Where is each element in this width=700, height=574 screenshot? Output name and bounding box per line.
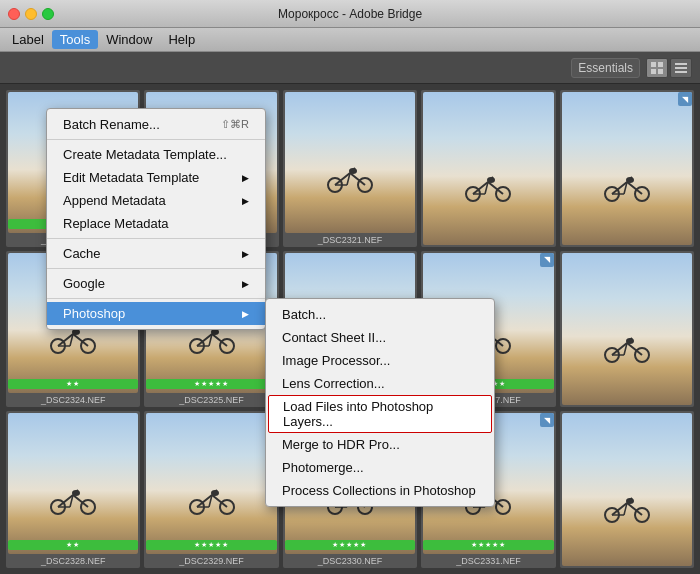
bike-silhouette xyxy=(602,333,652,363)
thumbnail-image xyxy=(423,92,553,245)
thumbnail-image xyxy=(8,413,138,554)
star-rating: ★★ xyxy=(8,540,138,550)
list-icon xyxy=(675,62,687,74)
thumbnail-image xyxy=(562,413,692,566)
menu-label[interactable]: Label xyxy=(4,30,52,49)
essentials-button[interactable]: Essentials xyxy=(571,58,640,78)
bike-silhouette xyxy=(48,485,98,515)
window-title: Морокросс - Adobe Bridge xyxy=(278,7,422,21)
svg-point-46 xyxy=(626,177,634,183)
submenu-merge-hdr[interactable]: Merge to HDR Pro... xyxy=(266,433,494,456)
menu-window[interactable]: Window xyxy=(98,30,160,49)
star-rating: ★★★★★ xyxy=(146,379,276,389)
menu-replace-metadata[interactable]: Replace Metadata xyxy=(47,212,265,235)
thumbnail-label: _DSC2330.NEF xyxy=(285,556,415,566)
thumbnail-label: _DSC2324.NEF xyxy=(8,395,138,405)
main-area: ★★_DSC2318.NEF _DSC2320.NEF _DSC2321.NEF xyxy=(0,84,700,574)
thumbnail-image xyxy=(285,92,415,233)
maximize-button[interactable] xyxy=(42,8,54,20)
bike-silhouette xyxy=(602,172,652,202)
svg-point-86 xyxy=(626,338,634,344)
thumbnail-cell-dsc2328[interactable]: ★★_DSC2328.NEF xyxy=(6,411,140,568)
svg-point-38 xyxy=(487,177,495,183)
svg-rect-0 xyxy=(651,62,656,67)
toolbar: Essentials xyxy=(0,52,700,84)
menu-append-metadata[interactable]: Append Metadata xyxy=(47,189,265,212)
thumbnail-label: _DSC2325.NEF xyxy=(146,395,276,405)
svg-rect-3 xyxy=(658,69,663,74)
thumbnail-image xyxy=(146,413,276,554)
close-button[interactable] xyxy=(8,8,20,20)
thumbnail-cell-dsc2322[interactable] xyxy=(421,90,555,247)
thumbnail-image xyxy=(562,92,692,245)
menu-tools[interactable]: Tools xyxy=(52,30,98,49)
tools-menu[interactable]: Batch Rename... ⇧⌘R Create Metadata Temp… xyxy=(46,108,266,330)
separator-3 xyxy=(47,268,265,269)
submenu-photomerge[interactable]: Photomerge... xyxy=(266,456,494,479)
corner-badge: ◥ xyxy=(540,413,554,427)
svg-point-30 xyxy=(349,168,357,174)
menu-edit-metadata[interactable]: Edit Metadata Template xyxy=(47,166,265,189)
thumbnail-label: _DSC2328.NEF xyxy=(8,556,138,566)
svg-rect-2 xyxy=(651,69,656,74)
thumbnail-image xyxy=(562,253,692,406)
separator-4 xyxy=(47,298,265,299)
svg-rect-6 xyxy=(675,71,687,73)
menu-google[interactable]: Google xyxy=(47,272,265,295)
star-rating: ★★★★★ xyxy=(285,540,415,550)
menu-photoshop[interactable]: Photoshop Batch... Contact Sheet II... I… xyxy=(47,302,265,325)
menu-cache[interactable]: Cache xyxy=(47,242,265,265)
svg-rect-1 xyxy=(658,62,663,67)
submenu-batch[interactable]: Batch... xyxy=(266,303,494,326)
grid-icon xyxy=(651,62,663,74)
separator-1 xyxy=(47,139,265,140)
thumbnail-cell-dsc2323[interactable]: ◥ xyxy=(560,90,694,247)
thumbnail-cell-dsc2321[interactable]: _DSC2321.NEF xyxy=(283,90,417,247)
thumbnail-cell-dsc2327b[interactable] xyxy=(560,251,694,408)
submenu-contact-sheet[interactable]: Contact Sheet II... xyxy=(266,326,494,349)
corner-badge: ◥ xyxy=(540,253,554,267)
star-rating: ★★★★★ xyxy=(146,540,276,550)
bike-silhouette xyxy=(325,163,375,193)
star-rating: ★★ xyxy=(8,379,138,389)
bike-silhouette xyxy=(187,485,237,515)
bike-silhouette xyxy=(602,493,652,523)
thumbnail-label: _DSC2329.NEF xyxy=(146,556,276,566)
thumbnail-label: _DSC2331.NEF xyxy=(423,556,553,566)
minimize-button[interactable] xyxy=(25,8,37,20)
svg-rect-4 xyxy=(675,63,687,65)
separator-2 xyxy=(47,238,265,239)
thumbnail-cell-dsc2332[interactable] xyxy=(560,411,694,568)
svg-point-102 xyxy=(211,490,219,496)
title-bar: Морокросс - Adobe Bridge xyxy=(0,0,700,28)
list-view-button[interactable] xyxy=(670,58,692,78)
corner-badge: ◥ xyxy=(678,92,692,106)
svg-point-94 xyxy=(72,490,80,496)
submenu-load-files[interactable]: Load Files into Photoshop Layers... xyxy=(268,395,492,433)
traffic-lights xyxy=(8,8,54,20)
submenu-lens-correction[interactable]: Lens Correction... xyxy=(266,372,494,395)
view-buttons xyxy=(646,58,692,78)
thumbnail-cell-dsc2329[interactable]: ★★★★★_DSC2329.NEF xyxy=(144,411,278,568)
svg-point-126 xyxy=(626,498,634,504)
svg-rect-5 xyxy=(675,67,687,69)
thumbnail-label: _DSC2321.NEF xyxy=(285,235,415,245)
menu-help[interactable]: Help xyxy=(160,30,203,49)
submenu-process-collections[interactable]: Process Collections in Photoshop xyxy=(266,479,494,502)
menu-batch-rename[interactable]: Batch Rename... ⇧⌘R xyxy=(47,113,265,136)
grid-view-button[interactable] xyxy=(646,58,668,78)
star-rating: ★★★★★ xyxy=(423,540,553,550)
bike-silhouette xyxy=(463,172,513,202)
submenu-image-processor[interactable]: Image Processor... xyxy=(266,349,494,372)
menu-create-metadata[interactable]: Create Metadata Template... xyxy=(47,143,265,166)
photoshop-submenu[interactable]: Batch... Contact Sheet II... Image Proce… xyxy=(265,298,495,507)
menu-bar: Label Tools Window Help xyxy=(0,28,700,52)
